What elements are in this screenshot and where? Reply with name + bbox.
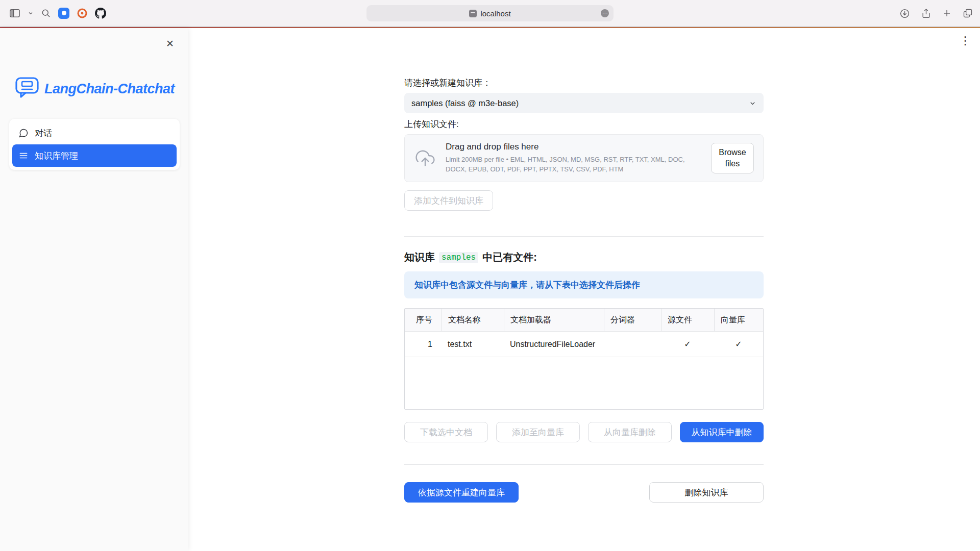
table-row[interactable]: 1 test.txt UnstructuredFileLoader ✓ ✓ <box>405 332 763 357</box>
chevron-down-icon[interactable] <box>28 10 34 16</box>
kb-name-code: samples <box>439 252 478 263</box>
chatchat-logo-icon <box>15 77 39 101</box>
col-header-loader: 文档加载器 <box>504 309 604 331</box>
sidebar-toggle-icon[interactable] <box>9 8 20 18</box>
browse-files-button[interactable]: Browse files <box>711 143 754 173</box>
extension-orange-icon[interactable] <box>77 8 88 19</box>
kb-files-heading: 知识库 samples 中已有文件: <box>404 251 764 264</box>
app-logo: LangChain-Chatchat <box>15 77 175 101</box>
cell-splitter <box>604 332 661 357</box>
app-logo-text: LangChain-Chatchat <box>44 81 175 97</box>
cell-sourcefile-check: ✓ <box>661 332 714 357</box>
col-header-splitter: 分词器 <box>604 309 661 331</box>
url-text: localhost <box>480 9 510 18</box>
divider <box>404 236 764 237</box>
col-header-sourcefile: 源文件 <box>661 309 714 331</box>
content-column: 请选择或新建知识库： samples (faiss @ m3e-base) 上传… <box>404 28 764 503</box>
divider <box>404 464 764 465</box>
uploader-limit-text: Limit 200MB per file • EML, HTML, JSON, … <box>446 155 702 174</box>
kb-select-value: samples (faiss @ m3e-base) <box>411 98 749 108</box>
sidebar-item-dialogue[interactable]: 对话 <box>12 122 177 144</box>
share-icon[interactable] <box>921 8 931 19</box>
url-bar[interactable]: localhost ⋯ <box>366 5 614 21</box>
delete-from-kb-button[interactable]: 从知识库中删除 <box>680 422 764 442</box>
site-favicon <box>469 10 477 17</box>
cell-loader: UnstructuredFileLoader <box>504 332 604 357</box>
search-icon[interactable] <box>41 8 51 18</box>
main-area: ⋮ 请选择或新建知识库： samples (faiss @ m3e-base) … <box>188 28 980 551</box>
github-extension-icon[interactable] <box>95 8 106 19</box>
chevron-down-icon <box>749 99 756 107</box>
col-header-vectorstore: 向量库 <box>714 309 763 331</box>
sidebar-item-label: 对话 <box>35 128 52 139</box>
heading-prefix: 知识库 <box>404 251 435 264</box>
cell-vectorstore-check: ✓ <box>714 332 763 357</box>
kb-list-icon <box>18 151 29 161</box>
table-header-row: 序号 文档名称 文档加载器 分词器 源文件 向量库 <box>405 309 763 332</box>
kb-select[interactable]: samples (faiss @ m3e-base) <box>404 93 764 113</box>
url-extension-badge-icon[interactable]: ⋯ <box>601 9 609 17</box>
rebuild-vectorstore-button[interactable]: 依据源文件重建向量库 <box>404 482 519 503</box>
download-selected-button[interactable]: 下载选中文档 <box>404 422 488 442</box>
chat-bubble-icon <box>18 128 29 138</box>
add-to-vectorstore-button[interactable]: 添加至向量库 <box>496 422 580 442</box>
remove-from-vectorstore-button[interactable]: 从向量库删除 <box>588 422 672 442</box>
extension-blue-icon[interactable] <box>58 8 69 19</box>
kb-actions: 依据源文件重建向量库 删除知识库 <box>404 482 764 503</box>
new-tab-icon[interactable] <box>942 9 951 18</box>
heading-suffix: 中已有文件: <box>482 251 537 264</box>
file-uploader-dropzone[interactable]: Drag and drop files here Limit 200MB per… <box>404 134 764 182</box>
sidebar-close-icon[interactable]: ✕ <box>163 37 177 51</box>
cloud-upload-icon <box>414 148 436 168</box>
upload-label: 上传知识文件: <box>404 118 764 130</box>
sidebar-nav: 对话 知识库管理 <box>9 119 180 170</box>
delete-kb-button[interactable]: 删除知识库 <box>649 482 764 503</box>
cell-index: 1 <box>405 332 442 357</box>
col-header-docname: 文档名称 <box>442 309 504 331</box>
uploader-texts: Drag and drop files here Limit 200MB per… <box>446 142 702 174</box>
row-actions: 下载选中文档 添加至向量库 从向量库删除 从知识库中删除 <box>404 422 764 442</box>
browser-toolbar: localhost ⋯ <box>0 0 980 27</box>
cell-docname: test.txt <box>442 332 504 357</box>
tab-overview-icon[interactable] <box>963 8 973 18</box>
app-menu-icon[interactable]: ⋮ <box>960 35 971 46</box>
add-files-to-kb-button[interactable]: 添加文件到知识库 <box>404 190 493 211</box>
info-banner: 知识库中包含源文件与向量库，请从下表中选择文件后操作 <box>404 271 764 298</box>
sidebar-item-kb-management[interactable]: 知识库管理 <box>12 144 177 167</box>
sidebar-item-label: 知识库管理 <box>35 150 78 162</box>
col-header-index: 序号 <box>405 309 442 331</box>
kb-files-table: 序号 文档名称 文档加载器 分词器 源文件 向量库 1 test.txt Uns… <box>404 308 764 410</box>
kb-select-label: 请选择或新建知识库： <box>404 77 764 89</box>
sidebar: ✕ LangChain-Chatchat 对话 <box>0 28 188 551</box>
downloads-icon[interactable] <box>899 8 910 19</box>
uploader-title: Drag and drop files here <box>446 142 702 152</box>
